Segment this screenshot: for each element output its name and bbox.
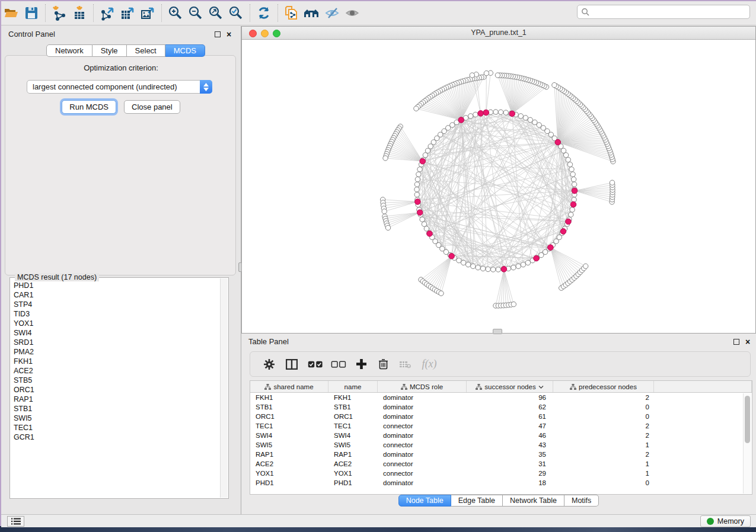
column-header-shared-name[interactable]: shared name	[250, 381, 328, 392]
zoom-in-icon[interactable]	[165, 4, 186, 23]
node-table-header: shared namenameMCDS rolesuccessor nodesp…	[250, 381, 752, 393]
column-header-predecessor-nodes[interactable]: predecessor nodes	[553, 381, 654, 392]
import-network-icon[interactable]	[49, 4, 69, 23]
mcds-result-item[interactable]: PMA2	[11, 347, 220, 357]
tab-mcds[interactable]: MCDS	[165, 44, 205, 57]
mcds-result-item[interactable]: CAR1	[11, 290, 220, 300]
table-settings-gear-icon[interactable]	[259, 355, 280, 374]
table-cell	[654, 469, 752, 478]
table-cell: 62	[467, 402, 553, 412]
table-cell: 35	[467, 450, 553, 459]
export-table-icon[interactable]	[117, 4, 138, 23]
tab-select[interactable]: Select	[127, 44, 165, 57]
table-cell: 2	[553, 393, 654, 402]
tree-column-icon	[570, 384, 576, 390]
tab-network-table[interactable]: Network Table	[503, 495, 564, 507]
search-input[interactable]	[590, 8, 749, 16]
save-icon[interactable]	[21, 4, 42, 23]
mcds-result-item[interactable]: TID3	[11, 309, 220, 319]
task-history-button[interactable]	[7, 516, 24, 527]
column-header-MCDS-role[interactable]: MCDS role	[378, 381, 467, 392]
import-table-icon[interactable]	[69, 4, 90, 23]
zoom-out-icon[interactable]	[186, 4, 206, 23]
mcds-result-list[interactable]: PHD1CAR1STP4TID3YOX1SWI4SRD1PMA2FKH1ACE2…	[11, 278, 220, 498]
column-header-successor-nodes[interactable]: successor nodes	[467, 381, 553, 392]
mcds-result-item[interactable]: STB1	[11, 404, 220, 414]
table-cell: 29	[467, 469, 553, 478]
column-header-name[interactable]: name	[328, 381, 378, 392]
node-table: shared namenameMCDS rolesuccessor nodesp…	[250, 380, 752, 495]
table-cell: dominator	[378, 478, 467, 488]
mcds-result-item[interactable]: GCR1	[11, 432, 220, 442]
show-all-eye-icon[interactable]	[342, 4, 362, 23]
float-table-panel-icon[interactable]	[733, 339, 739, 345]
hide-selected-eye-icon[interactable]	[322, 4, 342, 23]
select-all-icon[interactable]	[304, 355, 327, 374]
close-table-panel-icon[interactable]: ×	[745, 339, 750, 345]
tab-style[interactable]: Style	[92, 44, 127, 57]
mcds-result-item[interactable]: FKH1	[11, 357, 220, 366]
zoom-fit-icon[interactable]	[206, 4, 226, 23]
mcds-result-item[interactable]: RAP1	[11, 395, 220, 404]
refresh-icon[interactable]	[254, 4, 274, 23]
mcds-result-item[interactable]: TEC1	[11, 423, 220, 432]
run-mcds-button[interactable]: Run MCDS	[62, 100, 116, 114]
mcds-result-item[interactable]: PHD1	[11, 281, 220, 290]
memory-button[interactable]: Memory	[700, 515, 751, 527]
table-row[interactable]: PHD1PHD1dominator180	[250, 478, 752, 488]
optimization-criterion-dropdown[interactable]: largest connected component (undirected)	[27, 80, 212, 94]
search-box[interactable]	[577, 5, 750, 19]
table-cell: RAP1	[250, 450, 328, 459]
toggle-panel-columns-icon[interactable]	[280, 355, 304, 374]
tab-network[interactable]: Network	[46, 44, 92, 57]
export-network-icon[interactable]	[97, 4, 117, 23]
table-cell: RAP1	[328, 450, 378, 459]
export-image-icon[interactable]	[138, 4, 158, 23]
tab-node-table[interactable]: Node Table	[398, 495, 451, 507]
control-panel: Control Panel × Network Style Select MCD…	[1, 26, 241, 514]
table-cell: SWI4	[250, 431, 328, 440]
create-column-plus-icon[interactable]	[350, 355, 372, 374]
table-row[interactable]: STB1STB1dominator620	[250, 402, 752, 412]
first-neighbors-icon[interactable]	[302, 4, 322, 23]
tab-edge-table[interactable]: Edge Table	[451, 495, 503, 507]
table-row[interactable]: RAP1RAP1dominator352	[250, 450, 752, 459]
table-row[interactable]: ORC1ORC1dominator610	[250, 412, 752, 421]
zoom-selected-icon[interactable]	[226, 4, 246, 23]
table-cell: ACE2	[328, 459, 378, 469]
table-row[interactable]: FKH1FKH1dominator962	[250, 393, 752, 402]
table-row[interactable]: ACE2ACE2connector311	[250, 459, 752, 469]
copy-share-icon[interactable]	[282, 4, 302, 23]
network-canvas[interactable]	[242, 40, 755, 334]
open-file-icon[interactable]	[1, 4, 21, 23]
table-row[interactable]: SWI5SWI5connector431	[250, 440, 752, 450]
table-row[interactable]: TEC1TEC1connector472	[250, 421, 752, 431]
table-scrollbar[interactable]	[743, 393, 751, 493]
table-row[interactable]: SWI4SWI4dominator462	[250, 431, 752, 440]
table-scrollbar-thumb[interactable]	[745, 396, 750, 443]
tab-motifs[interactable]: Motifs	[564, 495, 599, 507]
mcds-result-item[interactable]: YOX1	[11, 319, 220, 328]
dropdown-selected-value: largest connected component (undirected)	[27, 82, 200, 91]
mcds-result-item[interactable]: SWI4	[11, 328, 220, 338]
delete-column-trash-icon[interactable]	[372, 355, 394, 374]
close-panel-button[interactable]: Close panel	[124, 100, 180, 114]
table-cell: dominator	[378, 412, 467, 421]
mcds-result-item[interactable]: STB5	[11, 376, 220, 385]
mcds-result-item[interactable]: STP4	[11, 300, 220, 309]
table-divider-handle[interactable]	[493, 329, 502, 334]
table-row[interactable]: YOX1YOX1connector291	[250, 469, 752, 478]
close-panel-icon[interactable]: ×	[227, 31, 231, 37]
table-cell: ORC1	[250, 412, 328, 421]
float-panel-icon[interactable]	[215, 31, 221, 37]
mcds-result-item[interactable]: SRD1	[11, 338, 220, 347]
network-window-titlebar[interactable]: YPA_prune.txt_1	[242, 27, 755, 40]
table-cell: dominator	[378, 450, 467, 459]
deselect-all-icon[interactable]	[327, 355, 350, 374]
mcds-result-item[interactable]: ORC1	[11, 385, 220, 395]
mcds-result-item[interactable]: ACE2	[11, 366, 220, 376]
mcds-list-scrollbar[interactable]	[220, 278, 228, 498]
node-table-rows: FKH1FKH1dominator962STB1STB1dominator620…	[250, 393, 752, 488]
table-cell: 96	[467, 393, 553, 402]
mcds-result-item[interactable]: SWI5	[11, 414, 220, 423]
